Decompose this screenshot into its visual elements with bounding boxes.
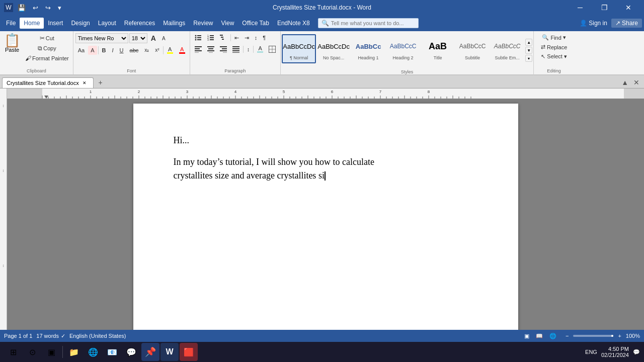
start-button[interactable]: ⊞ xyxy=(4,343,22,361)
search-input[interactable] xyxy=(331,20,412,26)
decrease-indent-button[interactable]: ⇤ xyxy=(232,33,242,43)
read-mode-btn[interactable]: 📖 xyxy=(533,331,545,341)
tab-close-0[interactable]: ✕ xyxy=(81,79,88,86)
search-bar[interactable]: 🔍 xyxy=(318,18,419,28)
subscript-button[interactable]: x₂ xyxy=(142,46,151,54)
menu-home[interactable]: Home xyxy=(20,18,44,29)
superscript-button[interactable]: x² xyxy=(152,46,162,54)
clock[interactable]: 4:50 PM 02/21/2024 xyxy=(601,346,629,358)
align-center-button[interactable] xyxy=(205,44,217,54)
bullets-button[interactable] xyxy=(192,33,204,43)
copy-button[interactable]: ⧉ Copy xyxy=(23,44,71,53)
font-row1: Times New Ro 18 A A xyxy=(75,33,188,44)
zoom-slider[interactable] xyxy=(573,335,613,337)
cortana-button[interactable]: 💬 xyxy=(122,343,140,361)
document-page[interactable]: Hi... In my today’s tutorial, I will sho… xyxy=(133,104,518,330)
svg-rect-14 xyxy=(222,39,224,40)
language-indicator[interactable]: ENG xyxy=(585,349,597,355)
save-button[interactable]: 💾 xyxy=(15,3,28,13)
replace-button[interactable]: ⇄ Replace xyxy=(536,42,572,52)
menu-references[interactable]: References xyxy=(120,18,159,29)
restore-button[interactable]: ❐ xyxy=(593,0,616,15)
find-button[interactable]: 🔍 Find ▾ xyxy=(536,33,572,42)
italic-button[interactable]: I xyxy=(110,46,116,55)
styles-scroll-down[interactable]: ▼ xyxy=(525,47,532,54)
style-heading2[interactable]: AaBbCcC Heading 2 xyxy=(386,34,420,63)
align-left-button[interactable] xyxy=(192,44,204,54)
justify-button[interactable] xyxy=(230,44,242,54)
word-taskbar-button[interactable]: W xyxy=(160,343,179,361)
mail-button[interactable]: 📧 xyxy=(103,343,121,361)
cut-button[interactable]: ✂ Cut xyxy=(23,34,71,43)
clear-format-button[interactable]: A xyxy=(88,46,97,55)
font-size-select[interactable]: 18 xyxy=(129,33,147,43)
styles-expand[interactable]: ▾ xyxy=(525,55,532,62)
explorer-button[interactable]: 📁 xyxy=(65,343,83,361)
show-hide-button[interactable]: ¶ xyxy=(260,33,268,42)
separator2 xyxy=(163,46,164,54)
strikethrough-button[interactable]: abc xyxy=(127,46,141,55)
taskview-button[interactable]: ▣ xyxy=(42,343,60,361)
chrome-button[interactable]: 🌐 xyxy=(84,343,102,361)
styles-scroll-up[interactable]: ▲ xyxy=(525,39,532,46)
close-button[interactable]: ✕ xyxy=(617,0,640,15)
red-app-button[interactable]: 🟥 xyxy=(180,343,198,361)
style-subtle-em[interactable]: AaBbCcC Subtle Em... xyxy=(490,34,524,63)
share-button[interactable]: ↗ Share xyxy=(611,19,642,28)
collapse-ribbon-button[interactable]: ▲ xyxy=(619,77,631,88)
style-subtitle[interactable]: AaBbCcC Subtitle xyxy=(455,34,490,63)
underline-button[interactable]: U xyxy=(117,46,126,55)
align-right-button[interactable] xyxy=(217,44,229,54)
signin-button[interactable]: 👤 Sign in xyxy=(580,20,607,27)
menu-view[interactable]: View xyxy=(217,18,238,29)
menu-review[interactable]: Review xyxy=(189,18,217,29)
search-button[interactable]: ⊙ xyxy=(23,343,41,361)
close-doc-button[interactable]: ✕ xyxy=(631,77,642,88)
doc-tab-0[interactable]: Crystallites Size Tutorial.docx ✕ xyxy=(2,77,94,88)
zoom-in-btn[interactable]: + xyxy=(615,331,623,340)
format-painter-button[interactable]: 🖌 Format Painter xyxy=(23,54,71,63)
line-spacing-button[interactable]: ↕ xyxy=(245,45,253,54)
menu-officetab[interactable]: Office Tab xyxy=(238,18,273,29)
style-heading1[interactable]: AaBbCc Heading 1 xyxy=(351,34,385,63)
bold-button[interactable]: B xyxy=(100,46,109,55)
print-layout-btn[interactable]: ▣ xyxy=(522,331,532,341)
undo-button[interactable]: ↩ xyxy=(30,3,41,13)
menu-layout[interactable]: Layout xyxy=(94,18,120,29)
shrink-font-button[interactable]: A xyxy=(159,34,168,43)
font-color-button[interactable]: A xyxy=(177,45,188,55)
menu-file[interactable]: File xyxy=(2,18,20,29)
sort-button[interactable]: ↕ xyxy=(252,33,260,42)
style-no-spacing[interactable]: AaBbCcDc No Spac... xyxy=(316,34,351,63)
menu-mailings[interactable]: Mailings xyxy=(159,18,189,29)
select-button[interactable]: ↖ Select ▾ xyxy=(536,52,572,61)
web-layout-btn[interactable]: 🌐 xyxy=(547,331,559,341)
multilevel-button[interactable] xyxy=(217,33,229,43)
menu-insert[interactable]: Insert xyxy=(44,18,67,29)
menu-design[interactable]: Design xyxy=(67,18,94,29)
grow-font-button[interactable]: A xyxy=(148,33,158,44)
style-normal[interactable]: AaBbCcDc ¶ Normal xyxy=(282,34,316,63)
menu-endnote[interactable]: EndNote X8 xyxy=(273,18,314,29)
font-label: Font xyxy=(73,68,190,73)
customize-qat-button[interactable]: ▾ xyxy=(55,3,64,13)
notifications-button[interactable]: 💬 xyxy=(633,349,640,355)
doc-text[interactable]: Hi... In my today’s tutorial, I will sho… xyxy=(174,134,478,183)
status-bar: Page 1 of 1 17 words ✓ English (United S… xyxy=(0,330,644,342)
change-case-button[interactable]: Aa xyxy=(75,46,87,55)
redo-button[interactable]: ↪ xyxy=(43,3,53,13)
scroll-area[interactable]: Hi... In my today’s tutorial, I will sho… xyxy=(7,99,644,330)
numbering-button[interactable]: 1.2.3. xyxy=(205,33,217,43)
teams-button[interactable]: 📌 xyxy=(141,343,159,361)
font-family-select[interactable]: Times New Ro xyxy=(75,33,128,43)
proofing-icon: ✓ xyxy=(61,333,65,339)
style-title[interactable]: AaB Title xyxy=(421,34,455,63)
new-tab-button[interactable]: + xyxy=(95,77,107,88)
increase-indent-button[interactable]: ⇥ xyxy=(242,33,252,43)
minimize-button[interactable]: ─ xyxy=(569,0,592,15)
highlight-button[interactable]: A xyxy=(165,45,176,55)
paste-button[interactable]: 📋 Paste xyxy=(2,33,22,54)
zoom-out-btn[interactable]: − xyxy=(563,331,571,340)
shading-button[interactable]: A xyxy=(255,44,266,54)
borders-button[interactable] xyxy=(266,44,278,54)
